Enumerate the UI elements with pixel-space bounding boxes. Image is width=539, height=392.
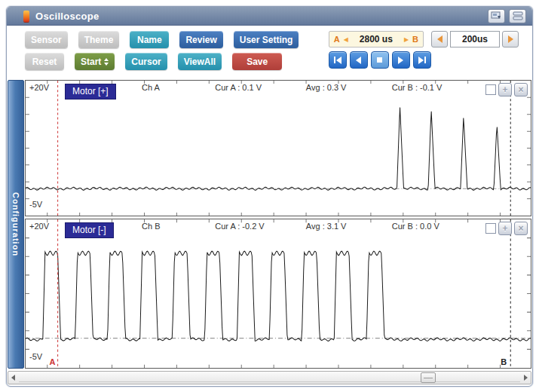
window-title: Oscilloscope bbox=[35, 11, 100, 22]
timebase-increase-button[interactable] bbox=[502, 31, 519, 47]
user-setting-button[interactable]: User Setting bbox=[234, 31, 299, 48]
channel-b-cursor-b-reading: Cur B : 0.0 V bbox=[392, 222, 439, 231]
stacked-panels-icon bbox=[513, 11, 523, 20]
channel-a-name: Ch A bbox=[142, 83, 160, 92]
sensor-button[interactable]: Sensor bbox=[25, 31, 68, 48]
scroll-left-icon bbox=[11, 375, 15, 381]
capture-window-button[interactable] bbox=[488, 9, 505, 23]
scroll-right-icon bbox=[524, 375, 528, 381]
cursor-b-label[interactable]: B bbox=[501, 357, 507, 366]
toolbar: Sensor Theme Name Review User Setting Re… bbox=[7, 26, 532, 78]
channel-a-avg-reading: Avg : 0.3 V bbox=[306, 83, 347, 92]
channel-b-avg-reading: Avg : 3.1 V bbox=[306, 222, 347, 231]
channel-b-vtop-label: +20V bbox=[29, 222, 49, 231]
name-button[interactable]: Name bbox=[130, 31, 169, 48]
horizontal-scrollbar[interactable] bbox=[8, 371, 531, 384]
viewall-button[interactable]: ViewAll bbox=[178, 53, 222, 70]
stop-icon bbox=[377, 57, 382, 63]
transport-step-forward-button[interactable] bbox=[392, 51, 410, 69]
channel-b-panel[interactable]: +20V Motor [-] Ch B Cur A : -0.2 V Avg :… bbox=[25, 219, 531, 369]
app-icon bbox=[23, 11, 29, 22]
transport-controls bbox=[329, 51, 431, 69]
scroll-left-button[interactable] bbox=[8, 372, 18, 384]
channel-a-close-button[interactable]: × bbox=[514, 83, 528, 96]
skip-end-icon bbox=[418, 57, 424, 64]
channel-a-waveform[interactable] bbox=[26, 81, 531, 216]
cursor-button[interactable]: Cursor bbox=[125, 53, 167, 70]
transport-skip-start-button[interactable] bbox=[329, 51, 347, 69]
cursor-b-marker: B bbox=[412, 35, 418, 44]
scope-area: Configuration +20V Motor [+] Ch A Cur A … bbox=[7, 78, 532, 369]
timebase-input[interactable] bbox=[450, 31, 500, 47]
channel-b-waveform[interactable] bbox=[26, 219, 531, 368]
transport-skip-end-button[interactable] bbox=[413, 51, 431, 69]
channel-a-checkbox[interactable] bbox=[485, 84, 496, 95]
scroll-right-button[interactable] bbox=[521, 372, 531, 384]
ab-range-value: 2800 us bbox=[352, 34, 400, 44]
start-button[interactable]: Start bbox=[75, 53, 115, 70]
cursor-a-label[interactable]: A bbox=[50, 357, 56, 366]
review-button[interactable]: Review bbox=[179, 31, 222, 48]
channel-b-vbottom-label: -5V bbox=[29, 352, 42, 361]
channel-b-add-button[interactable]: + bbox=[498, 222, 512, 235]
channel-b-cursor-a-reading: Cur A : -0.2 V bbox=[215, 222, 264, 231]
scrollbar-thumb[interactable] bbox=[421, 372, 436, 383]
save-button[interactable]: Save bbox=[232, 53, 282, 70]
start-button-label: Start bbox=[81, 57, 101, 67]
skip-start-icon bbox=[334, 57, 335, 63]
channel-b-name: Ch B bbox=[142, 222, 160, 231]
theme-button[interactable]: Theme bbox=[78, 31, 120, 48]
timebase-decrease-button[interactable] bbox=[431, 31, 448, 47]
b-right-arrow-icon: ▶ bbox=[404, 36, 409, 43]
a-left-arrow-icon: ◀ bbox=[344, 36, 348, 43]
channel-b-close-button[interactable]: × bbox=[514, 222, 528, 235]
monitor-capture-icon bbox=[491, 11, 502, 20]
cursor-a-marker: A bbox=[334, 35, 340, 44]
step-forward-icon bbox=[398, 57, 403, 64]
transport-step-back-button[interactable] bbox=[350, 51, 368, 69]
transport-stop-button[interactable] bbox=[371, 51, 389, 69]
configuration-tab[interactable]: Configuration bbox=[8, 80, 24, 369]
step-back-icon bbox=[356, 57, 361, 64]
left-arrow-icon bbox=[437, 35, 443, 43]
channel-a-tag[interactable]: Motor [+] bbox=[65, 84, 116, 100]
ab-range-box: A ◀ 2800 us ▶ B bbox=[329, 31, 424, 47]
titlebar: Oscilloscope bbox=[7, 7, 532, 26]
channel-a-cursor-a-reading: Cur A : 0.1 V bbox=[215, 83, 262, 92]
right-arrow-icon bbox=[508, 35, 513, 43]
channel-a-add-button[interactable]: + bbox=[498, 83, 512, 96]
channel-a-cursor-b-reading: Cur B : -0.1 V bbox=[392, 83, 443, 92]
layout-toggle-button[interactable] bbox=[509, 9, 526, 23]
configuration-tab-label: Configuration bbox=[11, 192, 20, 256]
screen: Oscilloscope bbox=[0, 0, 539, 392]
channel-b-checkbox[interactable] bbox=[485, 223, 496, 234]
start-stepper-icon[interactable] bbox=[104, 58, 109, 66]
reset-button[interactable]: Reset bbox=[25, 53, 64, 70]
channel-a-panel[interactable]: +20V Motor [+] Ch A Cur A : 0.1 V Avg : … bbox=[25, 80, 531, 216]
channel-a-vtop-label: +20V bbox=[29, 83, 49, 92]
oscilloscope-window: Oscilloscope bbox=[6, 6, 533, 387]
channel-a-vbottom-label: -5V bbox=[29, 200, 42, 209]
channel-b-tag[interactable]: Motor [-] bbox=[65, 222, 114, 238]
